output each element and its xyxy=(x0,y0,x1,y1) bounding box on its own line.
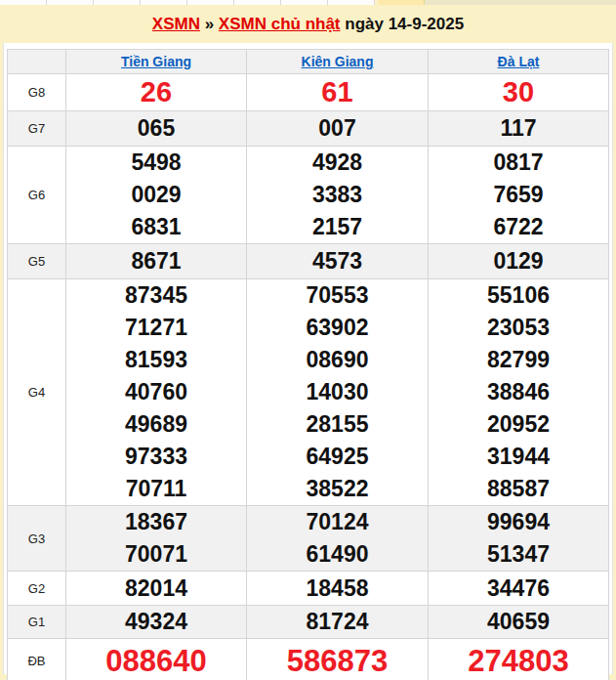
prize-number: 40760 xyxy=(66,376,246,408)
prize-number: 64925 xyxy=(247,441,428,473)
content-area: Tiền Giang Kiên Giang Đà Lạt G8 26 61 30… xyxy=(3,43,613,674)
tab-edge xyxy=(281,0,328,5)
prize-number: 3383 xyxy=(247,179,428,211)
tab-edge xyxy=(0,0,47,5)
corner-cell xyxy=(8,50,66,74)
tab-strip-filler xyxy=(425,0,616,5)
prize-number: 28155 xyxy=(247,408,428,441)
prize-number: 61 xyxy=(247,74,428,110)
prize-number: 065 xyxy=(66,111,246,146)
tab-edge xyxy=(94,0,141,5)
prize-number: 49689 xyxy=(66,408,246,441)
table-row-g1: G1 49324 81724 40659 xyxy=(8,606,609,639)
tab-edge xyxy=(234,0,281,5)
prize-number: 6831 xyxy=(66,211,246,243)
table-row-g2: G2 82014 18458 34476 xyxy=(8,572,609,606)
breadcrumb-separator: » xyxy=(200,15,219,34)
top-tab-strip xyxy=(0,0,616,5)
prize-number: 0029 xyxy=(66,179,246,211)
results-table: Tiền Giang Kiên Giang Đà Lạt G8 26 61 30… xyxy=(7,49,609,680)
prize-number: 81593 xyxy=(66,344,246,376)
prize-number: 007 xyxy=(247,111,428,146)
prize-number: 4573 xyxy=(247,244,428,278)
tab-edge xyxy=(47,0,94,5)
prize-number: 49324 xyxy=(66,606,246,638)
province-link-kien-giang[interactable]: Kiên Giang xyxy=(302,54,374,69)
prize-number: 18367 xyxy=(66,506,246,538)
prize-number: 82014 xyxy=(66,572,246,605)
prize-label: G2 xyxy=(8,572,66,606)
prize-label: ĐB xyxy=(8,639,66,680)
prize-number: 26 xyxy=(66,74,246,110)
prize-number: 20952 xyxy=(429,408,608,441)
prize-number: 5498 xyxy=(66,147,246,179)
table-row-g5: G5 8671 4573 0129 xyxy=(8,244,609,279)
table-row-g7: G7 065 007 117 xyxy=(8,111,609,147)
table-row-g6: G6 5498 0029 6831 4928 3383 2157 0817 76… xyxy=(8,147,609,244)
active-tab-edge xyxy=(379,0,425,5)
prize-number: 87345 xyxy=(66,279,246,312)
table-row-g3: G3 18367 70071 70124 61490 99694 51347 xyxy=(8,506,609,572)
prize-number: 34476 xyxy=(429,572,608,605)
table-row-g4: G4 87345 71271 81593 40760 49689 97333 7… xyxy=(8,279,609,506)
column-header-tien-giang: Tiền Giang xyxy=(66,50,247,74)
prize-number: 0129 xyxy=(429,244,608,278)
prize-number: 274803 xyxy=(429,639,608,680)
column-header-da-lat: Đà Lạt xyxy=(429,50,609,74)
tab-edge xyxy=(187,0,234,5)
breadcrumb-link-xsmn-sunday[interactable]: XSMN chủ nhật xyxy=(219,15,341,34)
prize-number: 81724 xyxy=(247,606,428,638)
prize-label: G7 xyxy=(8,111,66,147)
prize-number: 55106 xyxy=(429,279,608,312)
breadcrumb-link-xsmn[interactable]: XSMN xyxy=(152,15,200,34)
prize-number: 99694 xyxy=(429,506,608,538)
tab-edge xyxy=(141,0,187,5)
prize-number: 18458 xyxy=(247,572,428,605)
prize-number: 586873 xyxy=(247,639,428,680)
prize-label: G8 xyxy=(8,74,66,111)
prize-number: 70071 xyxy=(66,538,246,571)
prize-number: 38846 xyxy=(429,376,608,408)
prize-number: 88587 xyxy=(429,473,608,505)
prize-number: 08690 xyxy=(247,344,428,376)
column-header-kien-giang: Kiên Giang xyxy=(247,50,429,74)
header-row: Tiền Giang Kiên Giang Đà Lạt xyxy=(8,50,609,74)
prize-number: 51347 xyxy=(429,538,608,571)
prize-label: G3 xyxy=(8,506,66,572)
prize-number: 82799 xyxy=(429,344,608,376)
prize-number: 38522 xyxy=(247,473,428,505)
prize-number: 6722 xyxy=(429,211,608,243)
table-row-db: ĐB 088640 586873 274803 xyxy=(8,639,609,680)
prize-number: 30 xyxy=(429,74,608,110)
prize-number: 40659 xyxy=(429,606,608,638)
prize-label: G1 xyxy=(8,606,66,639)
prize-number: 8671 xyxy=(66,244,246,278)
prize-number: 63902 xyxy=(247,312,428,344)
title-date: ngày 14-9-2025 xyxy=(341,15,465,34)
prize-number: 117 xyxy=(429,111,608,146)
tab-edge xyxy=(328,0,375,5)
prize-number: 97333 xyxy=(66,441,246,473)
prize-number: 70124 xyxy=(247,506,428,538)
prize-number: 61490 xyxy=(247,538,428,571)
prize-number: 4928 xyxy=(247,147,428,179)
prize-label: G4 xyxy=(8,279,66,506)
prize-number: 31944 xyxy=(429,441,608,473)
prize-number: 2157 xyxy=(247,211,428,243)
page-title: XSMN » XSMN chủ nhật ngày 14-9-2025 xyxy=(0,5,616,43)
province-link-da-lat[interactable]: Đà Lạt xyxy=(498,54,540,69)
prize-number: 23053 xyxy=(429,312,608,344)
province-link-tien-giang[interactable]: Tiền Giang xyxy=(121,54,191,69)
prize-number: 70711 xyxy=(66,473,246,505)
prize-number: 7659 xyxy=(429,179,608,211)
prize-label: G6 xyxy=(8,147,66,244)
prize-number: 0817 xyxy=(429,147,608,179)
prize-number: 14030 xyxy=(247,376,428,408)
prize-number: 088640 xyxy=(66,639,246,680)
prize-label: G5 xyxy=(8,244,66,279)
table-row-g8: G8 26 61 30 xyxy=(8,74,609,111)
prize-number: 70553 xyxy=(247,279,428,312)
prize-number: 71271 xyxy=(66,312,246,344)
